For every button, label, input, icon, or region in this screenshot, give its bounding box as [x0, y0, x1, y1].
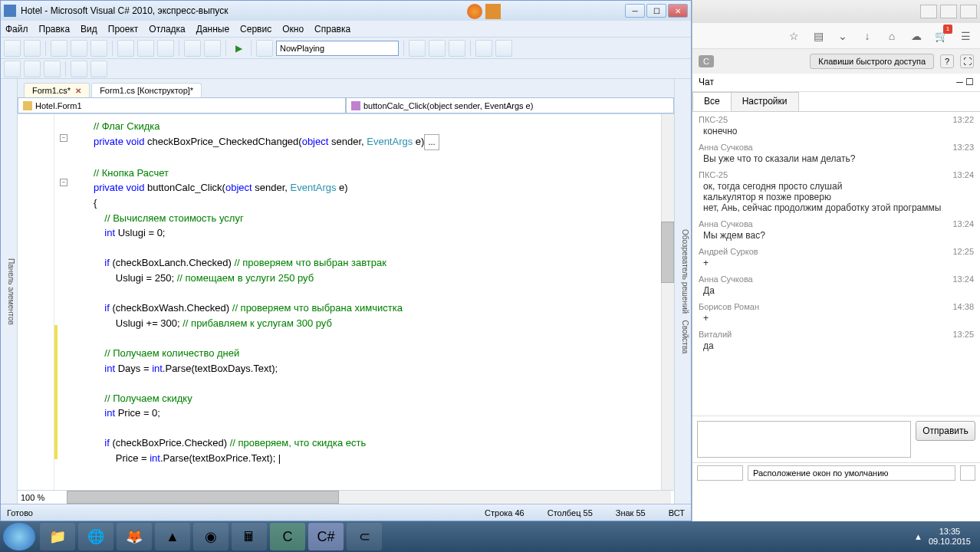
- menu-window[interactable]: Окно: [282, 24, 304, 34]
- run-button[interactable]: ▶: [231, 41, 246, 56]
- outline-toggle-1[interactable]: −: [60, 134, 67, 142]
- statusbar: Готово Строка 46 Столбец 55 Знак 55 ВСТ: [1, 504, 691, 521]
- tool-button-3[interactable]: [449, 40, 465, 57]
- chat-message[interactable]: Анна Сучкова13:24Мы ждем вас?: [692, 218, 980, 245]
- chat-message[interactable]: ПКС-2513:24ок, тогда сегодня просто слуш…: [692, 169, 980, 218]
- close-button[interactable]: ✕: [668, 4, 688, 18]
- notification-icon[interactable]: [485, 4, 501, 19]
- pocket-icon[interactable]: ⌄: [836, 29, 850, 43]
- tool-button-4[interactable]: [475, 40, 492, 57]
- chat-message[interactable]: Анна Сучкова13:24Да: [692, 273, 980, 301]
- taskbar-vlc[interactable]: ▲: [155, 523, 190, 550]
- save-all-button[interactable]: [90, 40, 107, 57]
- tb2-button-3[interactable]: [44, 61, 61, 77]
- browser-close-button[interactable]: [960, 5, 977, 18]
- menu-view[interactable]: Вид: [81, 24, 97, 34]
- taskbar-vs[interactable]: C#: [308, 523, 344, 550]
- browser-max-button[interactable]: [940, 5, 957, 18]
- footer-combo-1[interactable]: [697, 465, 743, 481]
- list-icon[interactable]: ▤: [811, 29, 825, 43]
- chat-input[interactable]: [697, 421, 911, 458]
- copy-button[interactable]: [137, 40, 154, 57]
- minimize-button[interactable]: ─: [625, 4, 645, 18]
- close-tab-icon[interactable]: ✕: [75, 87, 81, 95]
- start-button[interactable]: [3, 523, 35, 550]
- config-button[interactable]: [256, 40, 273, 57]
- config-combo[interactable]: NowPlaying: [276, 41, 399, 56]
- cut-button[interactable]: [117, 40, 134, 57]
- taskbar-camtasia2[interactable]: ⊂: [347, 523, 382, 550]
- system-tray[interactable]: ▲ 13:35 09.10.2015: [914, 527, 977, 547]
- tb2-button-1[interactable]: [4, 61, 21, 77]
- tb2-button-2[interactable]: [24, 61, 41, 77]
- menu-service[interactable]: Сервис: [240, 24, 271, 34]
- taskbar-aimp[interactable]: ◉: [193, 523, 229, 550]
- titlebar[interactable]: Hotel - Microsoft Visual C# 2010, экспре…: [1, 1, 691, 21]
- tool-button-2[interactable]: [429, 40, 446, 57]
- zoom-level[interactable]: 100 %: [18, 493, 64, 502]
- download-icon[interactable]: ↓: [860, 29, 874, 43]
- chat-tab-settings[interactable]: Настройки: [731, 92, 799, 111]
- footer-button[interactable]: [960, 465, 975, 481]
- chat-messages[interactable]: ПКС-2513:22конечноАнна Сучкова13:23Вы уж…: [692, 112, 980, 416]
- class-dropdown[interactable]: Hotel.Form1: [18, 97, 346, 113]
- method-dropdown[interactable]: buttonCalc_Click(object sender, EventArg…: [346, 97, 674, 113]
- add-item-button[interactable]: [24, 40, 41, 57]
- menu-debug[interactable]: Отладка: [149, 24, 185, 34]
- tray-flag-icon[interactable]: ▲: [914, 532, 922, 541]
- hscroll-thumb[interactable]: [67, 491, 339, 504]
- menu-file[interactable]: Файл: [5, 24, 28, 34]
- scrollbar-thumb[interactable]: [661, 222, 674, 283]
- chat-icon[interactable]: ☁: [909, 29, 923, 43]
- cart-icon[interactable]: 🛒1: [934, 29, 948, 43]
- taskbar-chrome[interactable]: 🌐: [78, 523, 113, 550]
- chat-title-label: Чат: [699, 77, 714, 88]
- expand-button[interactable]: ⛶: [960, 54, 974, 68]
- home-icon[interactable]: ⌂: [885, 29, 899, 43]
- tool-button-5[interactable]: [495, 40, 512, 57]
- star-icon[interactable]: ☆: [787, 29, 801, 43]
- tab-form1-cs[interactable]: Form1.cs* ✕: [24, 83, 90, 97]
- taskbar-camtasia[interactable]: C: [270, 523, 305, 550]
- chat-message[interactable]: Борисов Роман14:38+: [692, 301, 980, 328]
- vertical-scrollbar[interactable]: [661, 114, 674, 490]
- horizontal-scrollbar[interactable]: [67, 491, 671, 504]
- solution-explorer-tab[interactable]: Обозреватель решений Свойства: [674, 79, 691, 504]
- menu-data[interactable]: Данные: [196, 24, 229, 34]
- code-editor[interactable]: − − // Флаг Скидка private void checkBox…: [18, 114, 674, 490]
- help-button[interactable]: ?: [940, 54, 954, 68]
- paste-button[interactable]: [157, 40, 174, 57]
- taskbar-explorer[interactable]: 📁: [40, 523, 75, 550]
- chat-message[interactable]: Анна Сучкова13:23Вы уже что то сказали н…: [692, 141, 980, 169]
- send-button[interactable]: Отправить: [916, 421, 975, 441]
- hotkey-button[interactable]: Клавиши быстрого доступа: [810, 54, 934, 69]
- taskbar-calc[interactable]: 🖩: [232, 523, 267, 550]
- outline-toggle-2[interactable]: −: [60, 179, 67, 186]
- menu-help[interactable]: Справка: [314, 24, 350, 34]
- chat-minimize-icon[interactable]: ─ ☐: [956, 77, 974, 88]
- tb2-button-5[interactable]: [90, 61, 107, 77]
- menu-project[interactable]: Проект: [108, 24, 139, 34]
- save-button[interactable]: [71, 40, 87, 57]
- document-tabs: Form1.cs* ✕ Form1.cs [Конструктор]*: [18, 79, 674, 97]
- menu-edit[interactable]: Правка: [39, 24, 71, 34]
- redo-button[interactable]: [204, 40, 221, 57]
- chat-message[interactable]: ПКС-2513:22конечно: [692, 113, 980, 141]
- layout-combo[interactable]: Расположение окон по умолчанию: [748, 465, 955, 481]
- chat-tab-all[interactable]: Все: [692, 92, 732, 111]
- new-project-button[interactable]: [4, 40, 21, 57]
- chat-message[interactable]: Андрей Сурков12:25+: [692, 245, 980, 273]
- firefox-icon[interactable]: [467, 4, 482, 19]
- tool-button-1[interactable]: [409, 40, 426, 57]
- browser-min-button[interactable]: [920, 5, 937, 18]
- tab-form1-designer[interactable]: Form1.cs [Конструктор]*: [91, 83, 202, 97]
- toolbox-panel-tab[interactable]: Панель элементов: [1, 79, 18, 504]
- undo-button[interactable]: [184, 40, 201, 57]
- menu-icon[interactable]: ☰: [959, 29, 972, 43]
- tb2-button-4[interactable]: [71, 61, 87, 77]
- open-button[interactable]: [51, 40, 67, 57]
- taskbar-firefox[interactable]: 🦊: [117, 523, 152, 550]
- status-col: Столбец 55: [548, 508, 593, 518]
- chat-message[interactable]: Виталий13:25да: [692, 328, 980, 356]
- maximize-button[interactable]: ☐: [646, 4, 666, 18]
